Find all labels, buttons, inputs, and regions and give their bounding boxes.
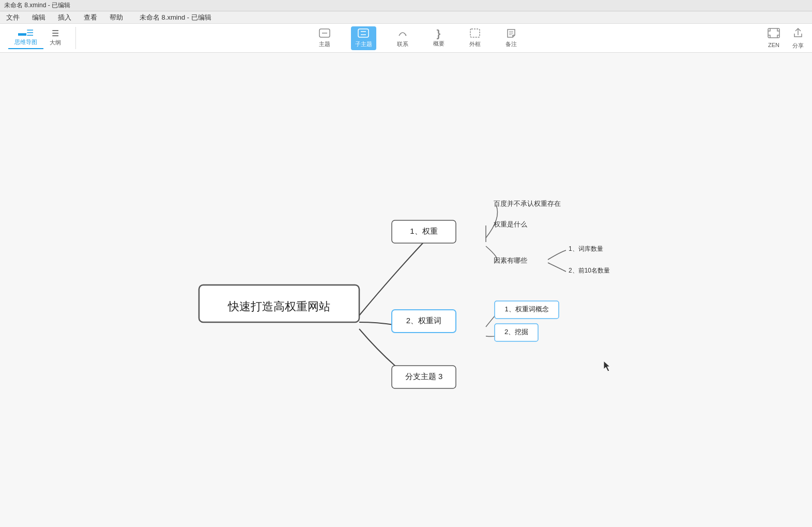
svg-rect-6 — [470, 29, 480, 37]
action-share-label: 分享 — [792, 42, 804, 50]
app-title: 未命名 8.xmind - 已编辑 — [4, 1, 70, 10]
share-icon — [792, 27, 804, 41]
leaf-b1-3-text: 因素有哪些 — [494, 257, 527, 264]
toolbar-tools: 主题 子主题 联系 } — [76, 26, 759, 50]
subleaf-b1-3-2-text: 2、前10名数量 — [569, 267, 610, 274]
tool-boundary[interactable]: 外框 — [465, 26, 485, 50]
tool-topic[interactable]: 主题 — [315, 26, 334, 50]
node-b2-text: 2、权重词 — [406, 316, 441, 325]
canvas[interactable]: 快速打造高权重网站 1、权重 百度并不承认权重存在 权重是什么 因素有哪些 1、… — [0, 53, 812, 527]
tab-mindmap[interactable]: ▬☰ 思维导图 — [8, 27, 43, 49]
tool-boundary-label: 外框 — [469, 40, 481, 48]
tool-note-label: 备注 — [505, 40, 517, 48]
tool-summary-label: 概要 — [433, 40, 445, 48]
menu-bar: 文件 编辑 插入 查看 帮助 未命名 8.xmind - 已编辑 — [0, 11, 812, 24]
leaf-b2-1-text: 1、权重词概念 — [504, 305, 548, 313]
title-bar: 未命名 8.xmind - 已编辑 — [0, 0, 812, 11]
leaf-b1-1-text: 百度并不承认权重存在 — [494, 200, 561, 207]
mindmap-icon: ▬☰ — [18, 29, 34, 37]
note-icon — [506, 28, 516, 39]
tool-relation-label: 联系 — [397, 40, 408, 48]
svg-rect-2 — [358, 29, 369, 37]
leaf-b2-2-text: 2、挖掘 — [504, 328, 528, 336]
leaf-b1-2-text: 权重是什么 — [493, 220, 527, 228]
boundary-icon — [470, 28, 480, 39]
tool-subtopic-label: 子主题 — [355, 40, 372, 48]
connector-central-b1 — [359, 242, 424, 315]
node-central-text: 快速打造高权重网站 — [227, 300, 330, 313]
node-b1-text: 1、权重 — [410, 227, 437, 235]
tool-relation[interactable]: 联系 — [393, 26, 412, 50]
mindmap-svg: 快速打造高权重网站 1、权重 百度并不承认权重存在 权重是什么 因素有哪些 1、… — [0, 53, 812, 527]
tool-summary[interactable]: } 概要 — [429, 26, 449, 50]
relation-icon — [397, 28, 408, 39]
tab-mindmap-label: 思维导图 — [14, 38, 37, 46]
tab-outline[interactable]: ☰ 大纲 — [43, 27, 67, 49]
menu-help[interactable]: 帮助 — [108, 12, 125, 23]
cursor-pointer — [604, 361, 610, 371]
connector-leaf3-sub2 — [548, 263, 566, 272]
toolbar: ▬☰ 思维导图 ☰ 大纲 主题 — [0, 24, 812, 53]
action-share[interactable]: 分享 — [792, 27, 804, 50]
menu-filename: 未命名 8.xmind - 已编辑 — [137, 12, 213, 23]
subtopic-icon — [358, 28, 369, 39]
menu-insert[interactable]: 插入 — [56, 12, 73, 23]
action-zen[interactable]: ZEN — [768, 28, 780, 48]
menu-view[interactable]: 查看 — [82, 12, 99, 23]
tab-outline-label: 大纲 — [50, 39, 61, 47]
action-zen-label: ZEN — [768, 42, 779, 48]
menu-file[interactable]: 文件 — [4, 12, 22, 23]
outline-icon: ☰ — [52, 29, 59, 38]
tool-note[interactable]: 备注 — [501, 26, 521, 50]
summary-icon: } — [437, 28, 441, 39]
toolbar-view-tabs: ▬☰ 思维导图 ☰ 大纲 — [8, 27, 76, 49]
toolbar-actions: ZEN 分享 — [759, 27, 804, 50]
tool-topic-label: 主题 — [319, 40, 330, 48]
topic-icon — [319, 28, 330, 39]
zen-icon — [768, 28, 780, 41]
menu-edit[interactable]: 编辑 — [30, 12, 48, 23]
connector-leaf3-sub1 — [548, 250, 566, 260]
subleaf-b1-3-1-text: 1、词库数量 — [569, 245, 603, 252]
node-b3-text: 分支主题 3 — [405, 372, 443, 381]
tool-subtopic[interactable]: 子主题 — [351, 26, 376, 50]
